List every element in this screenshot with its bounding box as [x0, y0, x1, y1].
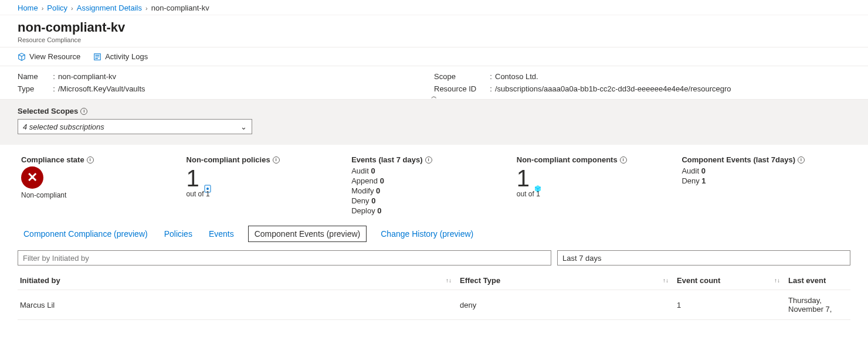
component-events-deny-label: Deny [681, 176, 699, 185]
tab-component-events[interactable]: Component Events (preview) [248, 226, 367, 242]
cell-effect-type: deny [460, 301, 677, 309]
compliance-state-value: Non-compliant [21, 191, 187, 199]
component-events-audit-value: 0 [701, 166, 706, 175]
info-icon[interactable]: i [273, 156, 280, 164]
view-resource-label: View Resource [29, 52, 80, 61]
component-events-header: Component Events (last 7days) [681, 155, 795, 164]
info-icon[interactable]: i [80, 108, 87, 115]
colon: : [50, 72, 58, 81]
sort-icon[interactable]: ↑↓ [446, 277, 460, 284]
selected-scopes-label: Selected Scopes [18, 107, 78, 115]
info-icon[interactable]: i [798, 156, 805, 164]
cell-event-count: 1 [677, 301, 788, 309]
noncompliant-components-count: 1 [517, 166, 530, 190]
col-last-event[interactable]: Last event [788, 276, 826, 285]
cell-initiated-by: Marcus Lil [20, 301, 460, 309]
events-header: Events (last 7 days) [351, 155, 422, 164]
name-value: non-compliant-kv [58, 72, 116, 81]
col-event-count[interactable]: Event count [677, 276, 720, 285]
col-initiated-by[interactable]: Initiated by [20, 276, 60, 285]
component-icon [533, 173, 542, 183]
compliance-state-card: Compliance state i ✕ Non-compliant [21, 155, 187, 216]
chevron-right-icon: › [71, 5, 73, 12]
noncompliant-components-card: Non-compliant components i 1 out of 1 [517, 155, 682, 216]
chevron-down-icon: ⌄ [240, 122, 247, 131]
breadcrumb: Home › Policy › Assignment Details › non… [0, 0, 868, 15]
events-deploy-value: 0 [377, 206, 381, 215]
scope-value: Contoso Ltd. [495, 72, 538, 81]
events-audit-value: 0 [371, 166, 375, 175]
events-deny-label: Deny [351, 196, 369, 205]
page-subtitle: Resource Compliance [18, 36, 850, 43]
noncompliant-policies-header: Non-compliant policies [187, 155, 270, 164]
info-icon[interactable]: i [620, 156, 627, 164]
cell-last-event: Thursday, November 7, [788, 296, 848, 314]
compliance-state-header: Compliance state [21, 155, 84, 164]
view-resource-button[interactable]: View Resource [18, 52, 80, 61]
page-title: non-compliant-kv [18, 20, 850, 35]
col-effect-type[interactable]: Effect Type [460, 276, 500, 285]
type-label: Type [18, 84, 50, 93]
events-table: Initiated by ↑↓ Effect Type ↑↓ Event cou… [0, 271, 868, 320]
breadcrumb-home[interactable]: Home [18, 4, 38, 12]
filter-initiated-by-input[interactable] [18, 250, 551, 266]
table-header: Initiated by ↑↓ Effect Type ↑↓ Event cou… [18, 271, 850, 290]
name-label: Name [18, 72, 50, 81]
breadcrumb-current: non-compliant-kv [151, 4, 209, 12]
events-audit-label: Audit [351, 166, 369, 175]
table-row[interactable]: Marcus Lil deny 1 Thursday, November 7, [18, 290, 850, 320]
noncompliant-policies-card: Non-compliant policies i 1 out of 1 [187, 155, 352, 216]
policy-icon [203, 173, 212, 183]
sort-icon[interactable]: ↑↓ [663, 277, 677, 284]
timerange-value: Last 7 days [562, 254, 602, 263]
events-deploy-label: Deploy [351, 206, 375, 215]
colon: : [487, 84, 495, 93]
events-deny-value: 0 [371, 196, 375, 205]
events-append-value: 0 [380, 176, 384, 185]
colon: : [50, 84, 58, 93]
noncompliant-icon: ✕ [21, 166, 43, 189]
summary-strip: Compliance state i ✕ Non-compliant Non-c… [0, 145, 868, 224]
chevron-right-icon: › [42, 5, 44, 12]
events-modify-label: Modify [351, 186, 374, 195]
activity-logs-label: Activity Logs [105, 52, 148, 61]
selected-scopes-dropdown[interactable]: 4 selected subscriptions ⌄ [18, 119, 252, 134]
events-modify-value: 0 [376, 186, 380, 195]
selected-scopes-value: 4 selected subscriptions [23, 122, 104, 131]
resource-id-label: Resource ID [434, 84, 487, 93]
info-icon[interactable]: i [87, 156, 94, 164]
resource-id-value: /subscriptions/aaaa0a0a-bb1b-cc2c-dd3d-e… [495, 84, 731, 93]
chevron-right-icon: › [145, 5, 148, 12]
noncompliant-components-header: Non-compliant components [517, 155, 618, 164]
noncompliant-policies-count: 1 [187, 166, 199, 190]
scope-label: Scope [434, 72, 487, 81]
events-append-label: Append [351, 176, 378, 185]
breadcrumb-policy[interactable]: Policy [47, 4, 67, 12]
timerange-dropdown[interactable]: Last 7 days [557, 250, 850, 266]
component-events-deny-value: 1 [701, 176, 706, 185]
sort-icon[interactable]: ↑↓ [774, 277, 788, 284]
info-icon[interactable]: i [425, 156, 432, 164]
tab-events[interactable]: Events [206, 226, 236, 242]
selected-scopes-section: Selected Scopes i 4 selected subscriptio… [0, 99, 868, 145]
colon: : [487, 72, 495, 81]
properties-section: Name : non-compliant-kv Type : /Microsof… [0, 66, 868, 99]
component-events-audit-label: Audit [681, 166, 699, 175]
collapse-icon[interactable]: ︽ [431, 92, 437, 100]
cube-icon [18, 53, 26, 61]
toolbar: View Resource Activity Logs [0, 47, 868, 66]
activity-logs-button[interactable]: Activity Logs [93, 52, 148, 61]
type-value: /Microsoft.KeyVault/vaults [58, 84, 145, 93]
events-card: Events (last 7 days) i Audit 0 Append 0 … [351, 155, 517, 216]
tabs: Component Compliance (preview) Policies … [0, 224, 868, 242]
component-events-card: Component Events (last 7days) i Audit 0 … [681, 155, 847, 216]
log-icon [93, 53, 101, 61]
filter-row: Last 7 days [0, 242, 868, 271]
breadcrumb-assignment-details[interactable]: Assignment Details [77, 4, 142, 12]
tab-policies[interactable]: Policies [162, 226, 195, 242]
tab-change-history[interactable]: Change History (preview) [378, 226, 476, 242]
tab-component-compliance[interactable]: Component Compliance (preview) [21, 226, 150, 242]
page-header: non-compliant-kv Resource Compliance [0, 15, 868, 47]
